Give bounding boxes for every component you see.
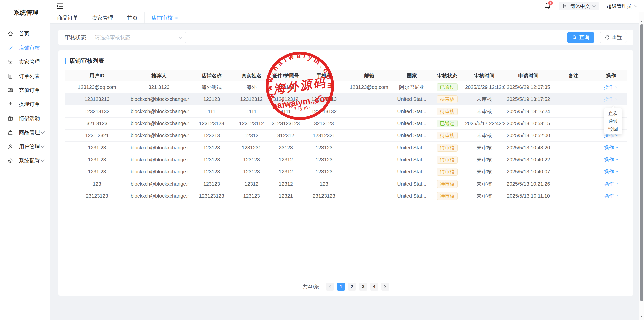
cell-audit-time: 未审核 bbox=[464, 93, 505, 105]
cell-apply-time: 2025/5/13 10:40:07 bbox=[505, 166, 552, 178]
action-label: 操作 bbox=[604, 84, 614, 91]
cell-shop-name: 123123123 bbox=[189, 190, 234, 202]
sidebar-item-seller-mgmt[interactable]: 卖家管理 bbox=[0, 55, 50, 69]
cell-referrer: blockxch@blockxchange.net bbox=[129, 190, 189, 202]
language-selector[interactable]: 简体中文 bbox=[559, 2, 599, 10]
page-button-1[interactable]: 1 bbox=[337, 283, 345, 291]
tab-label: 店铺审核 bbox=[151, 14, 173, 21]
chevron-down-icon bbox=[615, 182, 618, 184]
cell-shop-name: 123123 bbox=[189, 154, 234, 166]
column-header: 申请时间 bbox=[505, 70, 552, 81]
column-header: 手机号 bbox=[303, 70, 345, 81]
cell-phone: 3213123 bbox=[303, 118, 345, 130]
cell-apply-time: 2025/5/13 10:40:22 bbox=[505, 154, 552, 166]
dropdown-item-view[interactable]: 查看 bbox=[604, 110, 622, 117]
audit-list-card: 店铺审核列表 用户ID推荐人店铺名称真实姓名证件/护照号手机号邮箱国家审核状态审… bbox=[58, 50, 633, 296]
dropdown-item-approve[interactable]: 通过 bbox=[604, 117, 622, 125]
search-button[interactable]: 查询 bbox=[567, 32, 594, 43]
tab-bar: 商品订单卖家管理首页店铺审核 bbox=[50, 12, 639, 24]
cell-referrer: 321 3123 bbox=[129, 81, 189, 93]
row-action-dropdown[interactable]: 操作 bbox=[604, 144, 618, 151]
notifications-button[interactable]: 1 bbox=[544, 2, 551, 10]
cell-country: United Stat... bbox=[393, 93, 431, 105]
row-action-dropdown[interactable]: 操作 bbox=[604, 156, 618, 163]
sidebar-item-label: 系统配置 bbox=[19, 157, 40, 164]
cell-audit-time: 2025/6/29 12:12:04 bbox=[464, 81, 505, 93]
cell-referrer: blockxch@blockxchange.net bbox=[129, 154, 189, 166]
row-action-dropdown[interactable]: 操作 bbox=[604, 168, 618, 175]
cell-action: 操作 bbox=[595, 81, 627, 93]
next-page-button[interactable] bbox=[381, 283, 389, 291]
document-icon bbox=[7, 73, 13, 79]
cell-status: 已通过 bbox=[431, 118, 464, 130]
top-header: 1 简体中文 超级管理员 bbox=[50, 0, 644, 12]
sidebar-item-label: 商品管理 bbox=[19, 129, 40, 136]
sidebar-item-home[interactable]: 首页 bbox=[0, 27, 50, 41]
action-label: 操作 bbox=[604, 193, 614, 199]
cell-country: 阿尔巴尼亚 bbox=[393, 81, 431, 93]
cell-country: United Stat... bbox=[393, 178, 431, 190]
status-badge: 已通过 bbox=[437, 120, 458, 127]
cell-audit-time: 未审核 bbox=[464, 178, 505, 190]
row-action-dropdown[interactable]: 操作 bbox=[604, 96, 618, 103]
audit-table: 用户ID推荐人店铺名称真实姓名证件/护照号手机号邮箱国家审核状态审核时间申请时间… bbox=[65, 70, 627, 202]
cell-apply-time: 2025/5/13 10:43:20 bbox=[505, 142, 552, 154]
tab-label: 商品订单 bbox=[57, 14, 78, 21]
tab-seller-mgmt[interactable]: 卖家管理 bbox=[85, 12, 120, 23]
sidebar-item-withdraw-orders[interactable]: 提现订单 bbox=[0, 97, 50, 111]
page-button-2[interactable]: 2 bbox=[348, 283, 356, 291]
sidebar-item-product-mgmt[interactable]: 商品管理 bbox=[0, 125, 50, 139]
cell-real-name: 1111 bbox=[234, 105, 269, 118]
cell-country: United Stat... bbox=[393, 190, 431, 202]
sidebar-item-system-config[interactable]: 系统配置 bbox=[0, 154, 50, 168]
sidebar-item-shop-audit[interactable]: 店铺审核 bbox=[0, 41, 50, 55]
sidebar-item-couple-activity[interactable]: 情侣活动 bbox=[0, 111, 50, 125]
cell-user-id: 123 bbox=[65, 178, 129, 190]
sidebar-item-recharge-orders[interactable]: 充值订单 bbox=[0, 83, 50, 97]
reset-button[interactable]: 重置 bbox=[600, 32, 627, 43]
sidebar-item-label: 提现订单 bbox=[19, 101, 40, 108]
cell-phone: 123213132 bbox=[303, 105, 345, 118]
tab-product-orders[interactable]: 商品订单 bbox=[50, 12, 85, 23]
table-body: 123123@qq.com321 3123海外测试海外123123123123@… bbox=[65, 81, 627, 202]
scrollbar-thumb[interactable] bbox=[640, 24, 643, 301]
sidebar-item-label: 店铺审核 bbox=[19, 44, 40, 51]
user-menu[interactable]: 超级管理员 bbox=[607, 3, 637, 10]
cell-action: 操作 bbox=[595, 93, 627, 105]
cell-audit-time: 未审核 bbox=[464, 154, 505, 166]
cell-country: United Stat... bbox=[393, 105, 431, 118]
audit-status-select[interactable]: 请选择审核状态 bbox=[91, 32, 186, 43]
cell-referrer: blockxch@blockxchange.net bbox=[129, 178, 189, 190]
language-label: 简体中文 bbox=[570, 3, 590, 10]
menu-fold-icon[interactable] bbox=[55, 2, 64, 10]
action-dropdown-menu: 查看通过驳回 bbox=[604, 108, 622, 134]
row-action-dropdown[interactable]: 操作 bbox=[604, 84, 618, 91]
cell-remark bbox=[552, 130, 595, 142]
scrollbar[interactable] bbox=[639, 12, 644, 320]
row-action-dropdown[interactable]: 操作 bbox=[604, 181, 618, 187]
cell-remark bbox=[552, 166, 595, 178]
cell-id-number: 23123 bbox=[269, 142, 303, 154]
dropdown-item-reject[interactable]: 驳回 bbox=[604, 125, 622, 133]
header-actions: 1 简体中文 超级管理员 bbox=[544, 2, 637, 10]
scroll-up-arrow[interactable] bbox=[639, 19, 644, 23]
cell-status: 待审核 bbox=[431, 93, 464, 105]
prev-page-button[interactable] bbox=[326, 283, 334, 291]
cell-real-name: 1231231 bbox=[234, 142, 269, 154]
row-action-dropdown[interactable]: 操作 bbox=[604, 193, 618, 199]
page-button-3[interactable]: 3 bbox=[359, 283, 367, 291]
close-icon[interactable] bbox=[175, 16, 178, 20]
cell-audit-time: 未审核 bbox=[464, 130, 505, 142]
column-header: 审核时间 bbox=[464, 70, 505, 81]
table-row: 1231 23blockxch@blockxchange.net12312312… bbox=[65, 142, 627, 154]
tab-shop-audit[interactable]: 店铺审核 bbox=[145, 12, 185, 23]
status-badge: 待审核 bbox=[437, 132, 458, 139]
tab-home[interactable]: 首页 bbox=[120, 12, 145, 23]
scroll-down-arrow[interactable] bbox=[639, 314, 644, 318]
cell-email bbox=[345, 154, 393, 166]
cell-status: 待审核 bbox=[431, 130, 464, 142]
sidebar-item-user-mgmt[interactable]: 用户管理 bbox=[0, 139, 50, 154]
sidebar-item-order-list[interactable]: 订单列表 bbox=[0, 69, 50, 83]
page-button-4[interactable]: 4 bbox=[370, 283, 378, 291]
cell-phone: 23123123 bbox=[303, 190, 345, 202]
